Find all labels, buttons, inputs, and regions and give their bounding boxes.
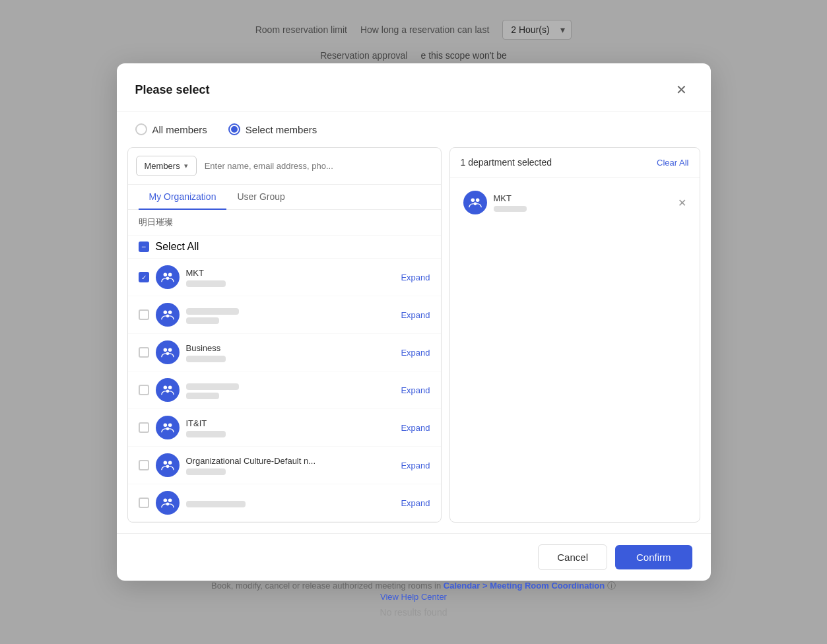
list-item: Expand (128, 484, 441, 522)
expand-btn-5[interactable]: Expand (401, 423, 430, 433)
dept-sub-2b (186, 317, 219, 324)
dept-icon-2 (156, 303, 180, 327)
help-text: Book, modify, cancel or release authoriz… (0, 580, 827, 592)
departments-list: MKT Expand (128, 259, 441, 522)
svg-point-13 (168, 424, 171, 428)
radio-all-members-label: All members (152, 124, 207, 135)
svg-point-4 (168, 311, 171, 315)
dept-checkbox-6[interactable] (139, 460, 149, 470)
modal-header: Please select ✕ (117, 63, 711, 112)
tab-user-group[interactable]: User Group (226, 185, 295, 210)
close-button[interactable]: ✕ (671, 79, 692, 100)
svg-point-8 (166, 352, 169, 356)
confirm-button[interactable]: Confirm (615, 545, 692, 569)
svg-point-9 (163, 386, 167, 390)
dept-info-2 (186, 306, 395, 324)
svg-point-23 (473, 203, 477, 206)
dept-info-5: IT&IT (186, 418, 395, 437)
radio-select-members-label: Select members (246, 124, 317, 135)
svg-point-22 (475, 199, 479, 203)
expand-btn-1[interactable]: Expand (401, 273, 430, 282)
members-dropdown[interactable]: Members ▾ (136, 156, 197, 176)
dept-checkbox-3[interactable] (139, 347, 149, 358)
select-all-label: Select All (156, 241, 199, 253)
selected-count-label: 1 department selected (461, 157, 552, 168)
selected-items-list: MKT ✕ (450, 177, 700, 522)
dept-info-4 (186, 381, 395, 399)
svg-point-0 (163, 273, 167, 277)
modal-title: Please select (135, 83, 210, 97)
dept-sub-1 (186, 280, 226, 287)
svg-point-6 (163, 348, 167, 352)
svg-point-14 (166, 428, 169, 431)
dept-info-1: MKT (186, 268, 395, 287)
dept-sub-6 (186, 468, 226, 475)
expand-btn-3[interactable]: Expand (401, 348, 430, 358)
modal-overlay: Please select ✕ All members Select membe… (0, 0, 827, 644)
list-item: MKT ✕ (458, 185, 692, 220)
selected-item-name: MKT (494, 193, 671, 203)
search-bar: Members ▾ (128, 148, 441, 185)
svg-point-2 (166, 277, 169, 280)
right-panel: 1 department selected Clear All (449, 147, 700, 523)
dept-sub-4 (186, 383, 239, 390)
dept-checkbox-5[interactable] (139, 422, 149, 433)
dept-sub-5 (186, 431, 226, 437)
select-all-checkbox[interactable] (139, 242, 149, 252)
dept-icon-3 (156, 340, 180, 364)
radio-select-members[interactable]: Select members (228, 123, 317, 135)
expand-btn-2[interactable]: Expand (401, 310, 430, 320)
svg-point-5 (166, 315, 169, 318)
list-item: MKT Expand (128, 259, 441, 296)
svg-point-7 (168, 348, 171, 352)
selected-item-info: MKT (494, 193, 671, 212)
dept-info-3: Business (186, 343, 395, 362)
members-dropdown-label: Members (145, 161, 180, 171)
radio-all-members[interactable]: All members (135, 123, 207, 135)
cancel-button[interactable]: Cancel (538, 544, 607, 570)
list-item: Expand (128, 296, 441, 334)
svg-point-20 (166, 503, 169, 506)
right-panel-header: 1 department selected Clear All (450, 148, 700, 177)
modal-body: Members ▾ My Organization User Group 明日璀… (117, 147, 711, 533)
dept-info-6: Organizational Culture-Default n... (186, 456, 395, 475)
svg-point-18 (163, 499, 167, 503)
list-item: Business Expand (128, 334, 441, 371)
dept-name-5: IT&IT (186, 418, 395, 428)
dept-checkbox-2[interactable] (139, 309, 149, 320)
svg-point-1 (168, 273, 171, 277)
dept-checkbox-4[interactable] (139, 385, 149, 395)
select-all-row[interactable]: Select All (128, 236, 441, 259)
list-item: Organizational Culture-Default n... Expa… (128, 447, 441, 484)
svg-point-17 (166, 465, 169, 468)
clear-all-button[interactable]: Clear All (657, 158, 688, 168)
help-link[interactable]: Calendar > Meeting Room Coordination (444, 581, 605, 591)
modal-dialog: Please select ✕ All members Select membe… (117, 63, 711, 581)
svg-point-19 (168, 499, 171, 503)
radio-row: All members Select members (117, 112, 711, 147)
dept-name-6: Organizational Culture-Default n... (186, 456, 395, 466)
dept-icon-4 (156, 378, 180, 402)
remove-item-button[interactable]: ✕ (678, 197, 686, 209)
svg-point-11 (166, 390, 169, 393)
svg-point-15 (163, 461, 167, 465)
page-bottom: Book, modify, cancel or release authoriz… (0, 580, 827, 618)
selected-item-sub (494, 206, 527, 212)
left-panel: Members ▾ My Organization User Group 明日璀… (127, 147, 442, 523)
expand-btn-7[interactable]: Expand (401, 498, 430, 508)
radio-circle-all (135, 123, 147, 135)
expand-btn-4[interactable]: Expand (401, 385, 430, 395)
search-input[interactable] (197, 156, 433, 176)
svg-point-16 (168, 461, 171, 465)
dept-checkbox-1[interactable] (139, 272, 149, 282)
dept-sub-7 (186, 501, 246, 507)
chevron-down-icon: ▾ (184, 162, 188, 170)
view-help-link[interactable]: View Help Center (380, 592, 447, 602)
tab-my-organization[interactable]: My Organization (139, 185, 227, 210)
dept-checkbox-7[interactable] (139, 498, 149, 508)
svg-point-10 (168, 386, 171, 390)
svg-point-3 (163, 311, 167, 315)
dept-icon-7 (156, 491, 180, 515)
dept-sub-3 (186, 356, 226, 362)
expand-btn-6[interactable]: Expand (401, 461, 430, 470)
